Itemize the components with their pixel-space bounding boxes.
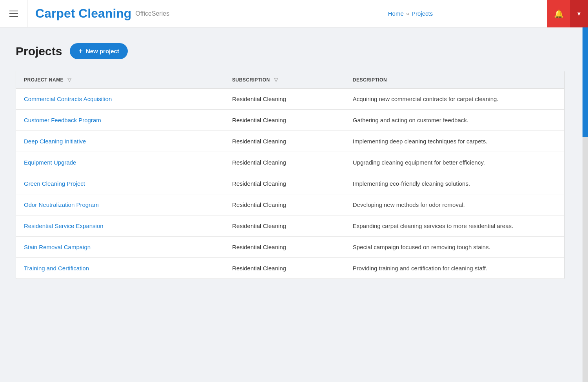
project-name-link[interactable]: Stain Removal Campaign bbox=[24, 244, 91, 250]
subscription-cell: Residential Cleaning bbox=[224, 237, 345, 258]
main-content: Projects + New project PROJECT NAME ▽ bbox=[0, 27, 588, 295]
table-body: Commercial Contracts AcquisitionResident… bbox=[16, 89, 564, 279]
table-row: Odor Neutralization ProgramResidential C… bbox=[16, 194, 564, 215]
new-project-label: New project bbox=[86, 48, 119, 54]
page-heading: Projects + New project bbox=[16, 43, 572, 59]
project-name-cell: Commercial Contracts Acquisition bbox=[16, 89, 224, 110]
nav-separator: » bbox=[406, 10, 409, 17]
table-row: Training and CertificationResidential Cl… bbox=[16, 258, 564, 279]
project-name-link[interactable]: Customer Feedback Program bbox=[24, 117, 101, 123]
project-name-link[interactable]: Residential Service Expansion bbox=[24, 223, 103, 229]
description-cell: Developing new methods for odor removal. bbox=[345, 194, 564, 215]
new-project-button[interactable]: + New project bbox=[70, 43, 128, 59]
col-header-project-name: PROJECT NAME ▽ bbox=[16, 71, 224, 89]
breadcrumb-nav: Home » Projects bbox=[274, 10, 547, 17]
nav-home-link[interactable]: Home bbox=[388, 10, 404, 17]
col-header-subscription: SUBSCRIPTION ▽ bbox=[224, 71, 345, 89]
description-cell: Special campaign focused on removing tou… bbox=[345, 237, 564, 258]
table-row: Stain Removal CampaignResidential Cleani… bbox=[16, 237, 564, 258]
table-row: Equipment UpgradeResidential CleaningUpg… bbox=[16, 152, 564, 173]
table-row: Deep Cleaning InitiativeResidential Clea… bbox=[16, 131, 564, 152]
nav-projects-link[interactable]: Projects bbox=[412, 10, 433, 17]
project-name-cell: Customer Feedback Program bbox=[16, 110, 224, 131]
header-left: Carpet Cleaning OfficeSeries bbox=[0, 0, 274, 27]
table-row: Green Cleaning ProjectResidential Cleani… bbox=[16, 173, 564, 194]
bell-icon: 🔔 bbox=[554, 9, 564, 18]
table-row: Customer Feedback ProgramResidential Cle… bbox=[16, 110, 564, 131]
description-cell: Upgrading cleaning equipment for better … bbox=[345, 152, 564, 173]
project-name-cell: Equipment Upgrade bbox=[16, 152, 224, 173]
description-cell: Implementing eco-friendly cleaning solut… bbox=[345, 173, 564, 194]
user-dropdown-button[interactable]: ▼ bbox=[570, 0, 588, 27]
project-name-cell: Training and Certification bbox=[16, 258, 224, 279]
col-subscription-label: SUBSCRIPTION bbox=[232, 77, 270, 83]
subscription-cell: Residential Cleaning bbox=[224, 173, 345, 194]
notification-button[interactable]: 🔔 bbox=[547, 0, 570, 27]
project-name-link[interactable]: Training and Certification bbox=[24, 265, 89, 272]
col-description-label: DESCRIPTION bbox=[353, 77, 387, 83]
description-cell: Providing training and certification for… bbox=[345, 258, 564, 279]
app-title: Carpet Cleaning bbox=[35, 6, 131, 21]
projects-table-wrapper: PROJECT NAME ▽ SUBSCRIPTION ▽ DESCRIPTIO… bbox=[16, 71, 564, 279]
project-name-link[interactable]: Commercial Contracts Acquisition bbox=[24, 96, 112, 102]
project-name-cell: Residential Service Expansion bbox=[16, 215, 224, 237]
col-project-name-label: PROJECT NAME bbox=[24, 77, 64, 83]
description-cell: Acquiring new commercial contracts for c… bbox=[345, 89, 564, 110]
hamburger-button[interactable] bbox=[0, 0, 27, 27]
filter-icon-subscription[interactable]: ▽ bbox=[274, 77, 278, 83]
table-row: Residential Service ExpansionResidential… bbox=[16, 215, 564, 237]
filter-icon-project-name[interactable]: ▽ bbox=[67, 77, 71, 83]
subscription-cell: Residential Cleaning bbox=[224, 194, 345, 215]
project-name-link[interactable]: Equipment Upgrade bbox=[24, 159, 76, 166]
project-name-link[interactable]: Deep Cleaning Initiative bbox=[24, 138, 86, 145]
header-actions: 🔔 ▼ bbox=[547, 0, 588, 27]
description-cell: Implementing deep cleaning techniques fo… bbox=[345, 131, 564, 152]
project-name-link[interactable]: Odor Neutralization Program bbox=[24, 201, 99, 208]
subscription-cell: Residential Cleaning bbox=[224, 89, 345, 110]
project-name-cell: Deep Cleaning Initiative bbox=[16, 131, 224, 152]
subscription-cell: Residential Cleaning bbox=[224, 258, 345, 279]
project-name-link[interactable]: Green Cleaning Project bbox=[24, 180, 85, 187]
col-header-description: DESCRIPTION bbox=[345, 71, 564, 89]
table-header: PROJECT NAME ▽ SUBSCRIPTION ▽ DESCRIPTIO… bbox=[16, 71, 564, 89]
projects-table: PROJECT NAME ▽ SUBSCRIPTION ▽ DESCRIPTIO… bbox=[16, 71, 564, 279]
chevron-down-icon: ▼ bbox=[576, 11, 582, 17]
table-row: Commercial Contracts AcquisitionResident… bbox=[16, 89, 564, 110]
project-name-cell: Stain Removal Campaign bbox=[16, 237, 224, 258]
project-name-cell: Odor Neutralization Program bbox=[16, 194, 224, 215]
app-header: Carpet Cleaning OfficeSeries Home » Proj… bbox=[0, 0, 588, 27]
plus-icon: + bbox=[78, 47, 83, 55]
subscription-cell: Residential Cleaning bbox=[224, 110, 345, 131]
hamburger-icon bbox=[9, 11, 18, 17]
subscription-cell: Residential Cleaning bbox=[224, 215, 345, 237]
subscription-cell: Residential Cleaning bbox=[224, 131, 345, 152]
description-cell: Expanding carpet cleaning services to mo… bbox=[345, 215, 564, 237]
subscription-cell: Residential Cleaning bbox=[224, 152, 345, 173]
page-title: Projects bbox=[16, 45, 62, 58]
project-name-cell: Green Cleaning Project bbox=[16, 173, 224, 194]
app-subtitle: OfficeSeries bbox=[135, 10, 169, 17]
description-cell: Gathering and acting on customer feedbac… bbox=[345, 110, 564, 131]
